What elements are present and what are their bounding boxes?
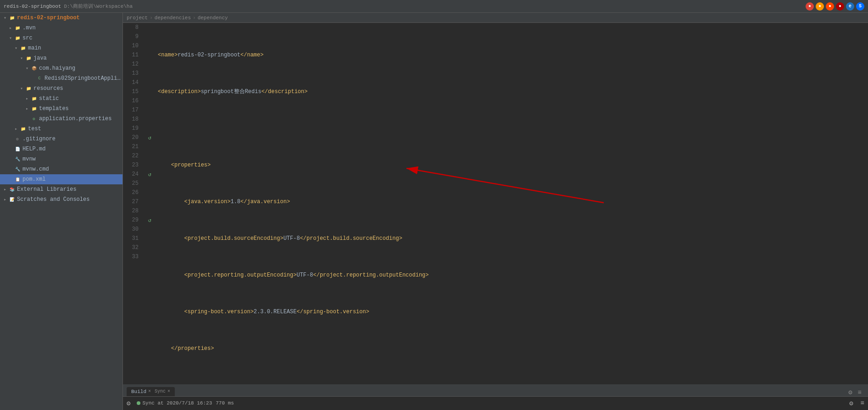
sidebar-item-external-libs[interactable]: ▸ 📚 External Libraries (0, 184, 122, 194)
line-num-26: 26 (123, 188, 141, 197)
main-layout: ▾ 📁 redis-02-springboot ▸ 📁 .mvn ▾ 📁 src… (0, 13, 868, 410)
line-num-18: 18 (123, 115, 141, 124)
gutter-27 (145, 197, 154, 206)
sidebar-item-application-class[interactable]: C Redis02SpringbootApplication (0, 73, 122, 83)
settings-icon[interactable]: ⚙ (846, 388, 855, 396)
gutter-29-sync: ↺ (145, 216, 154, 225)
code-line-11: <properties> (158, 161, 868, 170)
line-num-15: 15 (123, 87, 141, 96)
code-line-13: <project.build.sourceEncoding>UTF-8</pro… (158, 234, 868, 243)
code-content[interactable]: <name>redis-02-springboot</name> <descri… (154, 23, 868, 384)
gutter-18 (145, 115, 154, 124)
line-num-27: 27 (123, 197, 141, 206)
sync-dot (137, 401, 140, 405)
project-name: redis-02-springboot (4, 4, 61, 9)
gutter-12 (145, 60, 154, 69)
build-tab-label: Build (131, 389, 146, 394)
sidebar-label-scratches: Scratches and Consoles (17, 196, 89, 203)
resources-folder-icon: 📁 (25, 85, 32, 92)
edge-icon2[interactable]: ● (836, 2, 844, 11)
menu-icon[interactable]: ≡ (855, 389, 864, 396)
gutter-11 (145, 50, 154, 60)
gutter-21 (145, 142, 154, 151)
code-area[interactable]: 8 9 10 11 12 13 14 15 16 17 18 19 20 21 … (123, 23, 868, 384)
line-num-16: 16 (123, 96, 141, 105)
sidebar-item-main[interactable]: ▾ 📁 main (0, 43, 122, 53)
arrow-icon: ▸ (2, 197, 8, 202)
chrome-icon[interactable]: ● (806, 2, 814, 11)
gutter-13 (145, 69, 154, 78)
gutter-9 (145, 32, 154, 41)
sidebar-label-external-libs: External Libraries (17, 186, 77, 193)
code-line-16: </properties> (158, 344, 868, 353)
breadcrumb-sep1: › (150, 15, 153, 21)
sidebar-label-com-haiyang: com.haiyang (39, 65, 75, 72)
gutter-32 (145, 243, 154, 252)
title-bar-left: redis-02-springboot D:\商前培训\Workspace\ha (4, 3, 133, 10)
sidebar-item-mvnw[interactable]: 🔧 mvnw (0, 154, 122, 164)
line-num-31: 31 (123, 234, 141, 243)
arrow-icon: ▾ (7, 35, 14, 41)
arrow-icon: ▸ (2, 187, 8, 192)
gutter-33 (145, 252, 154, 261)
sidebar-item-src[interactable]: ▾ 📁 src (0, 33, 122, 43)
test-folder-icon: 📁 (19, 125, 27, 133)
gutter-28 (145, 206, 154, 216)
sidebar-item-resources[interactable]: ▾ 📁 resources (0, 83, 122, 94)
safari-icon[interactable]: S (856, 2, 864, 11)
line-num-12: 12 (123, 60, 141, 69)
editor-area: project › dependencies › dependency 8 9 … (123, 13, 868, 410)
bottom-settings-icon[interactable]: ⚙ (849, 399, 853, 407)
xml-icon: 📋 (14, 176, 21, 183)
sidebar-label-application-class: Redis02SpringbootApplication (45, 75, 122, 82)
sidebar-label-application-properties: application.properties (39, 116, 111, 122)
line-num-29: 29 (123, 216, 141, 225)
gutter-19 (145, 124, 154, 133)
breadcrumb-bar: project › dependencies › dependency (123, 13, 868, 23)
sidebar-item-templates[interactable]: ▸ 📁 templates (0, 104, 122, 114)
gutter-14 (145, 78, 154, 87)
package-icon: 📦 (30, 65, 38, 72)
line-num-9: 9 (123, 32, 141, 41)
tag-name: name (161, 50, 174, 60)
sidebar-item-mvnw-cmd[interactable]: 🔧 mvnw.cmd (0, 164, 122, 174)
sidebar-label-static: static (39, 95, 59, 102)
gutter-10 (145, 41, 154, 50)
sidebar-item-test[interactable]: ▸ 📁 test (0, 124, 122, 134)
sidebar-item-help-md[interactable]: 📄 HELP.md (0, 144, 122, 154)
sidebar-item-static[interactable]: ▸ 📁 static (0, 94, 122, 104)
sidebar-item-project-root[interactable]: ▾ 📁 redis-02-springboot (0, 13, 122, 23)
sidebar-item-mvn[interactable]: ▸ 📁 .mvn (0, 23, 122, 33)
sidebar-item-com-haiyang[interactable]: ▾ 📦 com.haiyang (0, 63, 122, 73)
edge-icon1[interactable]: ● (826, 2, 834, 11)
code-line-12: <java.version>1.8</java.version> (158, 197, 868, 206)
bottom-menu-icon[interactable]: ≡ (861, 399, 864, 407)
line-num-30: 30 (123, 225, 141, 234)
sidebar-item-pom-xml[interactable]: 📋 pom.xml (0, 174, 122, 184)
sync-tab-label[interactable]: Sync (155, 389, 166, 394)
sidebar-label-resources: resources (33, 85, 63, 92)
settings-icon-bottom[interactable]: ⚙ (127, 399, 130, 407)
arrow-icon: ▸ (13, 126, 19, 132)
arrow-icon: ▾ (18, 55, 25, 61)
line-num-33: 33 (123, 252, 141, 261)
arrow-icon: ▸ (7, 25, 14, 31)
sidebar-item-application-properties[interactable]: ⚙ application.properties (0, 114, 122, 124)
gutter-22 (145, 151, 154, 161)
md-icon: 📄 (14, 145, 21, 153)
code-line-14: <project.reporting.outputEncoding>UTF-8<… (158, 271, 868, 280)
line-num-21: 21 (123, 142, 141, 151)
build-tab-close[interactable]: × (148, 389, 151, 394)
sidebar-item-java[interactable]: ▾ 📁 java (0, 53, 122, 63)
code-line-10 (158, 124, 868, 133)
ie-icon[interactable]: e (846, 2, 854, 11)
line-num-10: 10 (123, 41, 141, 50)
firefox-icon[interactable]: ● (816, 2, 824, 11)
gutter-25 (145, 179, 154, 188)
sidebar-label-main: main (28, 45, 41, 51)
sync-tab-close[interactable]: × (167, 389, 170, 394)
line-num-28: 28 (123, 206, 141, 216)
sidebar-item-gitignore[interactable]: ⚙ .gitignore (0, 134, 122, 144)
build-tab[interactable]: Build × Sync × (127, 387, 175, 396)
sidebar-item-scratches[interactable]: ▸ 📝 Scratches and Consoles (0, 194, 122, 205)
